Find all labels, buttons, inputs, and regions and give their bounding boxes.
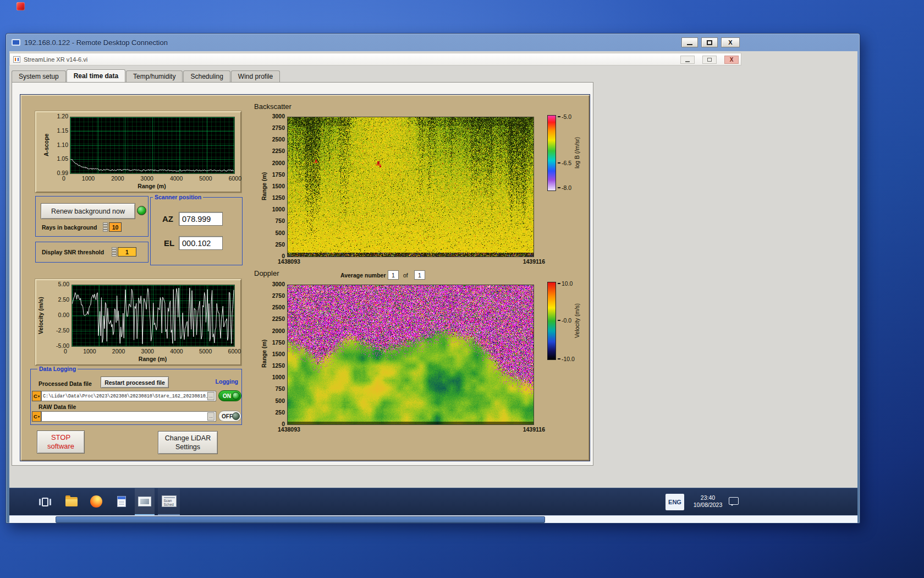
rdp-close-button[interactable]: X [721, 37, 740, 47]
processed-drive-selector[interactable]: C▾ [32, 391, 41, 401]
velocity-y-axis-label: Velocity (m/s) [37, 287, 44, 344]
doppler-plot [287, 285, 534, 425]
desktop-shortcut-icon[interactable] [16, 2, 25, 10]
doppler-y-ticks: 3000275025002250200017501500125010007505… [261, 281, 285, 427]
y-tick-label: 2000 [261, 160, 285, 166]
rdp-maximize-button[interactable] [701, 37, 718, 47]
stop-label-line1: STOP [51, 433, 70, 442]
backscatter-colorbar-label: log B (/m/sr) [574, 125, 580, 180]
scrollbar-thumb[interactable] [56, 516, 545, 523]
toggle-knob [232, 392, 240, 400]
rdp-caption-buttons: X [681, 37, 740, 47]
backscatter-time-axis: 1438093 1439116 [278, 258, 545, 265]
velocity-x-ticks: 0100020003000400050006000 [64, 348, 241, 355]
y-tick-label: 1500 [261, 183, 285, 189]
taskbar-clock[interactable]: 23:40 10/08/2023 [686, 494, 730, 509]
y-tick-label: 1000 [261, 374, 285, 380]
background-status-led [137, 206, 146, 215]
raw-path-field[interactable]: ... [41, 411, 216, 422]
app-minimize-button[interactable] [680, 56, 695, 64]
renew-background-button[interactable]: Renew background now [41, 203, 135, 219]
colorbar-tick: -6.5 [558, 160, 571, 166]
browse-icon[interactable]: ... [207, 392, 215, 400]
spin-down-icon[interactable] [112, 252, 117, 257]
time-start-label: 1438093 [278, 258, 300, 265]
restart-processed-file-label: Restart processed file [105, 379, 165, 386]
app-restore-button[interactable] [702, 56, 717, 64]
change-lidar-settings-button[interactable]: Change LiDAR Settings [158, 431, 218, 454]
change-settings-line2: Settings [175, 443, 200, 451]
tab-wind-profile[interactable]: Wind profile [231, 70, 280, 82]
stop-label-line2: software [47, 442, 74, 451]
y-tick-label: 2500 [261, 137, 285, 143]
app-window-title: StreamLine XR v14-6.vi [24, 56, 87, 63]
app-caption-buttons: X [680, 56, 739, 64]
doppler-colorbar [547, 282, 556, 360]
snr-threshold-label: Display SNR threshold [42, 249, 104, 255]
chevron-down-icon: ▾ [38, 415, 40, 418]
x-tick-label: 5000 [199, 348, 212, 355]
scan-scheduler-button[interactable]: Scan Sched [158, 488, 180, 515]
image-viewer-button[interactable] [135, 488, 155, 515]
task-view-icon [50, 499, 51, 505]
average-count-field[interactable]: 1 [414, 270, 425, 280]
y-tick-label: 500 [261, 398, 285, 404]
az-value-field[interactable]: 078.999 [179, 212, 223, 226]
firefox-button[interactable] [90, 495, 102, 508]
restart-processed-file-button[interactable]: Restart processed file [101, 377, 169, 388]
raw-logging-toggle[interactable]: OFF [218, 411, 241, 422]
y-tick-label: 2.50 [48, 297, 69, 303]
ascope-plot [70, 117, 235, 174]
toggle-off-label: OFF [222, 413, 233, 419]
ascope-graph-frame: A-scope 1.201.151.101.050.99 01000200030… [35, 111, 241, 193]
task-view-icon [42, 498, 48, 506]
y-tick-label: 2250 [261, 316, 285, 322]
tick-label: -5.0 [562, 113, 571, 120]
stop-software-button[interactable]: STOP software [37, 430, 85, 454]
close-icon: X [728, 40, 732, 46]
maximize-icon [707, 40, 712, 45]
language-indicator[interactable]: ENG [666, 494, 684, 510]
task-view-button[interactable] [39, 495, 51, 509]
browse-icon[interactable]: ... [207, 412, 215, 421]
document-app-button[interactable] [117, 496, 126, 507]
rdp-minimize-button[interactable] [681, 37, 698, 47]
spin-down-icon[interactable] [103, 227, 108, 232]
rays-value-field[interactable]: 10 [109, 222, 122, 232]
el-value-field[interactable]: 000.102 [179, 236, 223, 250]
y-tick-label: 3000 [261, 281, 285, 287]
tab-system-setup[interactable]: System setup [12, 70, 66, 82]
doppler-colorbar-label: Velocity (m/s) [574, 293, 580, 348]
notification-center-icon[interactable] [729, 497, 739, 505]
snr-value-field[interactable]: 1 [118, 247, 136, 257]
tick-label: -8.0 [562, 184, 571, 191]
tick-label: -6.5 [562, 160, 571, 166]
app-close-button[interactable]: X [724, 56, 739, 64]
front-panel: A-scope 1.201.151.101.050.99 01000200030… [20, 94, 590, 461]
file-explorer-button[interactable] [65, 497, 78, 506]
x-tick-label: 4000 [170, 348, 183, 355]
app-window-titlebar[interactable]: StreamLine XR v14-6.vi X [9, 53, 741, 66]
rdp-titlebar[interactable]: 192.168.0.122 - Remote Desktop Connectio… [6, 34, 860, 51]
spin-up-icon[interactable] [112, 247, 117, 252]
snr-spinner[interactable] [112, 247, 117, 257]
colorbar-tick: -8.0 [558, 184, 571, 191]
tab-temp-humidity[interactable]: Temp/humidity [126, 70, 183, 82]
processed-logging-toggle[interactable]: ON [218, 390, 241, 401]
velocity-y-ticks: 5.002.500.00-2.50-5.00 [48, 281, 69, 349]
colorbar-tick: 10.0 [558, 280, 573, 287]
task-view-icon [39, 499, 41, 505]
average-number-field[interactable]: 1 [388, 270, 399, 280]
backscatter-y-ticks: 3000275025002250200017501500125010007505… [261, 113, 285, 259]
raw-drive-selector[interactable]: C▾ [32, 411, 41, 422]
tab-scheduling[interactable]: Scheduling [183, 70, 230, 82]
rays-spinner[interactable] [103, 222, 108, 232]
x-tick-label: 3000 [141, 175, 153, 182]
rdp-horizontal-scrollbar[interactable] [9, 515, 857, 523]
processed-path-field[interactable]: C:\Lidar\Data\Proc\2023\202308\20230810\… [41, 391, 216, 401]
y-tick-label: 250 [261, 242, 285, 248]
x-tick-label: 3000 [141, 348, 154, 355]
spin-up-icon[interactable] [103, 222, 108, 227]
velocity-graph-frame: Velocity (m/s) 5.002.500.00-2.50-5.00 01… [35, 279, 241, 366]
tab-real-time-data[interactable]: Real time data [67, 69, 125, 82]
